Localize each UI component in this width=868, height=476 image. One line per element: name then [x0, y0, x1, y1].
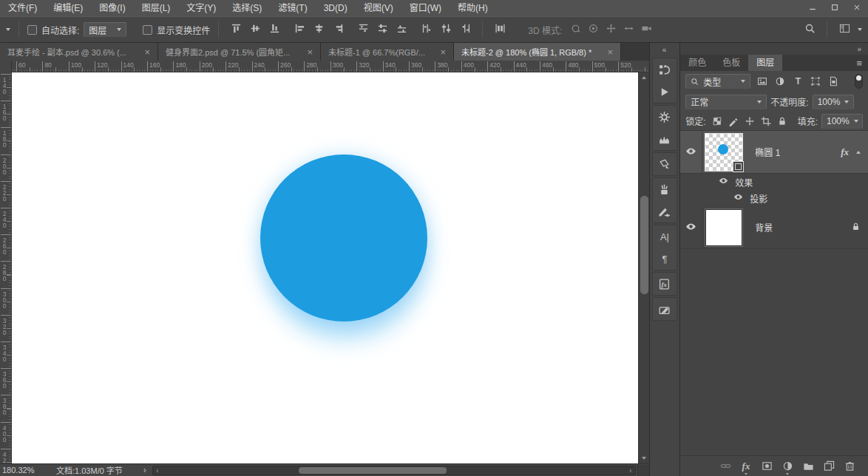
panel-history-icon[interactable] — [653, 58, 677, 81]
panel-3d-icon[interactable] — [653, 106, 677, 128]
fill-dropdown[interactable]: 100% — [821, 114, 863, 129]
document-tab-1[interactable]: 耳麦手绘 - 副本.psd @ 30.6% (...× — [0, 43, 158, 61]
show-transform-checkbox[interactable] — [143, 25, 152, 35]
orbit-3d-button[interactable] — [566, 21, 584, 38]
horizontal-scrollbar[interactable]: ‹ › — [152, 466, 636, 475]
lock-artboard-button[interactable] — [759, 114, 773, 129]
window-maximize-button[interactable] — [824, 0, 846, 16]
pan-3d-button[interactable] — [602, 21, 620, 38]
slide-3d-button[interactable] — [620, 21, 637, 38]
dist-top-button[interactable] — [354, 21, 372, 38]
panel-styles-icon[interactable]: fx — [653, 273, 677, 295]
vertical-scrollbar-thumb[interactable] — [640, 196, 648, 294]
layer-thumbnail[interactable] — [705, 134, 742, 171]
dist-right-button[interactable] — [456, 21, 474, 38]
layer-thumbnail[interactable] — [705, 209, 742, 246]
window-close-button[interactable] — [846, 0, 868, 16]
layer-style-button[interactable]: fx — [738, 458, 754, 475]
panel-tab-3[interactable]: 图层 — [748, 55, 782, 71]
panel-histogram-icon[interactable] — [653, 128, 677, 150]
lock-position-button[interactable] — [742, 114, 757, 129]
horizontal-scrollbar-thumb[interactable] — [299, 467, 447, 474]
panel-brush-presets-icon[interactable] — [653, 178, 677, 200]
dist-vcenter-button[interactable] — [373, 21, 391, 38]
type-filter-button[interactable]: T — [790, 74, 806, 89]
align-right-button[interactable] — [329, 21, 347, 38]
status-flyout-button[interactable]: › — [143, 465, 146, 475]
panel-paragraph-icon[interactable]: ¶ — [653, 248, 677, 270]
dist-bottom-button[interactable] — [393, 21, 410, 38]
new-layer-button[interactable] — [821, 458, 837, 475]
layer-row-shape-layer[interactable]: 椭圆 1fx — [680, 131, 868, 174]
pixel-filter-button[interactable] — [754, 74, 770, 89]
smartobject-filter-button[interactable] — [825, 74, 841, 89]
opacity-dropdown[interactable]: 100% — [813, 95, 854, 109]
document-tab-3[interactable]: 未标题-1 @ 66.7%(RGB/...× — [321, 43, 454, 61]
lock-transparent-button[interactable] — [710, 114, 725, 129]
menu-item-5[interactable]: 文字(Y) — [178, 0, 224, 16]
menu-item-2[interactable]: 编辑(E) — [45, 0, 91, 16]
effect-visibility-toggle[interactable] — [716, 176, 730, 188]
document-tab-2[interactable]: 健身界面2.psd @ 71.5% (圆角矩...× — [158, 43, 321, 61]
align-hcenter-button[interactable] — [310, 21, 328, 38]
lock-all-button[interactable] — [775, 114, 790, 129]
layer-effect-row[interactable]: 效果 — [680, 174, 868, 190]
vertical-scrollbar[interactable] — [638, 72, 649, 463]
auto-select-checkbox[interactable] — [27, 25, 37, 35]
layer-filter-toggle[interactable] — [855, 74, 863, 89]
expand-panels-button[interactable]: « — [650, 43, 680, 56]
menu-item-6[interactable]: 选择(S) — [224, 0, 270, 16]
layer-effect-row[interactable]: 投影 — [680, 190, 868, 206]
zoom-level-field[interactable]: 180.32% — [0, 466, 46, 475]
menu-item-10[interactable]: 窗口(W) — [401, 0, 450, 16]
scroll-down-arrow[interactable] — [639, 453, 649, 463]
blend-mode-dropdown[interactable]: 正常 — [685, 95, 767, 109]
lock-pixels-button[interactable] — [726, 114, 741, 129]
delete-layer-button[interactable] — [841, 458, 858, 475]
panel-actions-icon[interactable] — [653, 81, 677, 103]
roll-3d-button[interactable] — [584, 21, 602, 38]
layer-visibility-toggle[interactable] — [680, 206, 702, 248]
align-vcenter-button[interactable] — [246, 21, 264, 38]
auto-select-dropdown[interactable]: 图层 — [84, 22, 126, 37]
panel-tab-1[interactable]: 颜色 — [680, 55, 714, 71]
align-top-button[interactable] — [227, 21, 245, 38]
scroll-right-arrow[interactable]: › — [626, 466, 635, 475]
tool-preset-button[interactable] — [6, 28, 10, 31]
ellipse-shape[interactable] — [260, 154, 427, 322]
menu-item-11[interactable]: 帮助(H) — [450, 0, 496, 16]
workspace-button[interactable] — [835, 21, 853, 38]
panel-paths-icon[interactable] — [653, 153, 677, 175]
menu-item-8[interactable]: 3D(D) — [316, 0, 356, 16]
close-tab-icon[interactable]: × — [440, 47, 446, 57]
zoom-3d-button[interactable] — [637, 21, 655, 38]
panel-clone-source-icon[interactable] — [653, 298, 677, 320]
dist-left-button[interactable] — [418, 21, 435, 38]
panel-menu-icon[interactable]: ≡ — [850, 56, 868, 71]
adjustment-layer-button[interactable] — [779, 458, 796, 475]
menu-item-9[interactable]: 视图(V) — [356, 0, 401, 16]
layer-mask-button[interactable] — [759, 458, 775, 475]
panel-brush-settings-icon[interactable] — [653, 200, 677, 222]
align-bottom-button[interactable] — [265, 21, 283, 38]
adjustment-filter-button[interactable] — [772, 74, 788, 89]
close-tab-icon[interactable]: × — [607, 47, 613, 57]
panel-character-icon[interactable]: A| — [653, 225, 677, 248]
menu-item-7[interactable]: 滤镜(T) — [270, 0, 315, 16]
effect-visibility-toggle[interactable] — [730, 192, 745, 204]
dist-hcenter-button[interactable] — [437, 21, 455, 38]
collapse-effects-icon[interactable] — [856, 151, 861, 154]
panel-tab-2[interactable]: 色板 — [714, 55, 748, 71]
ruler-origin-corner[interactable] — [0, 61, 12, 72]
document-tab-4[interactable]: 未标题-2 @ 180% (椭圆 1, RGB/8) *× — [454, 43, 621, 61]
scroll-up-arrow[interactable] — [639, 72, 649, 83]
layer-filter-dropdown[interactable]: 类型 — [685, 74, 750, 89]
new-group-button[interactable] — [800, 458, 816, 475]
menu-item-1[interactable]: 文件(F) — [0, 0, 45, 16]
collapse-panels-button[interactable]: » — [680, 43, 868, 55]
close-tab-icon[interactable]: × — [307, 47, 313, 57]
close-tab-icon[interactable]: × — [144, 47, 150, 57]
link-layers-button[interactable] — [717, 458, 733, 475]
shape-filter-button[interactable] — [807, 74, 824, 89]
layer-visibility-toggle[interactable] — [680, 131, 702, 173]
